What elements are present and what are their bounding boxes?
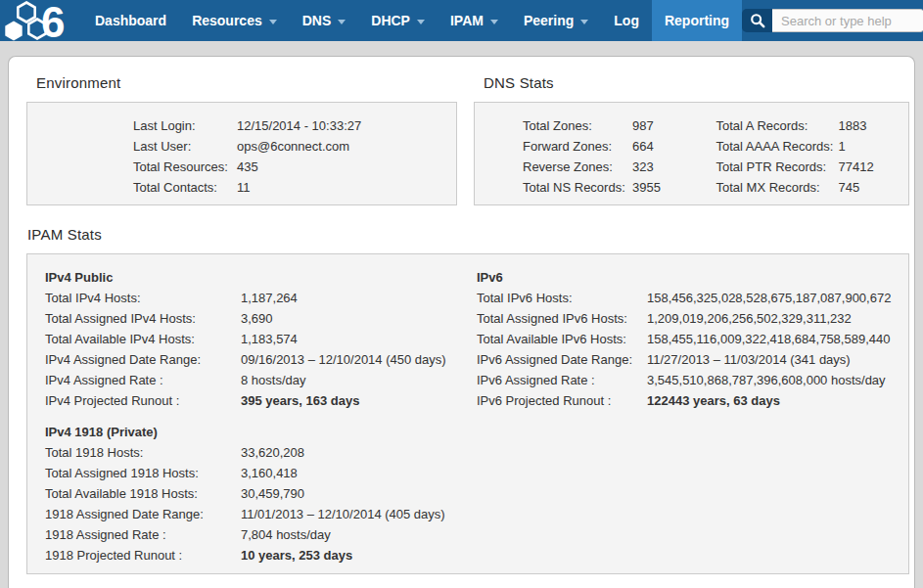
stat-label: Total Assigned IPv4 Hosts: — [45, 308, 241, 329]
stat-value: 3,690 — [241, 308, 468, 329]
ipam-block-ipv4-1918: IPv4 1918 (Private) Total 1918 Hosts: 33… — [27, 422, 468, 565]
stat-value: 33,620,208 — [241, 442, 468, 463]
stat-label: Total NS Records: — [523, 177, 632, 198]
ipv4-public-heading: IPv4 Public — [45, 267, 468, 288]
stat-value: ops@6connect.com — [237, 136, 456, 157]
main-nav: Dashboard Resources DNS DHCP IPAM — [82, 0, 742, 41]
stat-row: Total Available 1918 Hosts: 30,459,790 — [45, 483, 468, 504]
stat-value: 09/16/2013 – 12/10/2014 (450 days) — [241, 349, 468, 370]
search-button[interactable] — [742, 9, 772, 32]
dns-stats-panel: Total Zones: 987 Forward Zones: 664 Reve… — [474, 102, 909, 205]
stat-row: Total NS Records: 3955 — [475, 177, 692, 198]
stat-label: IPv4 Assigned Rate : — [45, 370, 241, 390]
stat-label: 1918 Projected Runout : — [45, 545, 241, 565]
search-icon — [750, 13, 765, 28]
stat-row: IPv6 Assigned Rate : 3,545,510,868,787,3… — [477, 370, 908, 390]
ipam-left-column: IPv4 Public Total IPv4 Hosts: 1,187,264 — [27, 267, 468, 565]
stat-row: Forward Zones: 664 — [475, 136, 692, 157]
stat-label: Total Contacts: — [133, 177, 237, 198]
nav-item-log[interactable]: Log — [601, 0, 652, 41]
stat-row: Total IPv6 Hosts: 158,456,325,028,528,67… — [477, 288, 908, 308]
stat-value: 3955 — [632, 177, 692, 198]
stat-value: 1883 — [839, 115, 909, 136]
ipam-stats-section: IPAM Stats IPv4 Public Total IPv4 Hosts:… — [18, 226, 900, 574]
stat-label: 1918 Assigned Rate : — [45, 524, 241, 545]
stat-label: Total Zones: — [523, 115, 632, 136]
stat-row: Total Available IPv6 Hosts: 158,455,116,… — [477, 329, 908, 349]
nav-item-peering[interactable]: Peering — [511, 0, 601, 41]
stat-row: 1918 Assigned Rate : 7,804 hosts/day — [45, 524, 468, 545]
nav-item-ipam[interactable]: IPAM — [438, 0, 511, 41]
top-navbar: 6 Dashboard Resources DNS DHCP — [0, 0, 923, 41]
nav-item-dashboard[interactable]: Dashboard — [82, 0, 179, 41]
ipam-stats-panel: IPv4 Public Total IPv4 Hosts: 1,187,264 — [26, 253, 909, 574]
stat-row: Total IPv4 Hosts: 1,187,264 — [45, 288, 468, 308]
help-search — [742, 9, 923, 32]
stat-value: 8 hosts/day — [241, 370, 468, 390]
dns-stats-title: DNS Stats — [484, 74, 909, 91]
nav-item-reporting[interactable]: Reporting — [652, 0, 742, 41]
nav-item-label: DNS — [302, 13, 332, 28]
stat-value: 435 — [237, 157, 456, 177]
stat-value: 1 — [839, 136, 909, 157]
ipam-stats-title: IPAM Stats — [27, 226, 900, 243]
nav-item-dhcp[interactable]: DHCP — [358, 0, 438, 41]
stat-label: IPv6 Projected Runout : — [477, 390, 647, 411]
stat-value: 987 — [632, 115, 692, 136]
stat-label: Last User: — [133, 136, 237, 157]
stat-label: Total Available 1918 Hosts: — [45, 483, 241, 504]
stat-row: IPv4 Projected Runout : 395 years, 163 d… — [45, 390, 468, 411]
stat-value: 30,459,790 — [241, 483, 468, 504]
environment-title: Environment — [36, 74, 457, 91]
stat-row: Last Login: 12/15/2014 - 10:33:27 — [27, 115, 456, 136]
nav-item-label: Peering — [524, 13, 574, 28]
stat-label: Total Assigned 1918 Hosts: — [45, 463, 241, 483]
ipam-block-ipv6: IPv6 Total IPv6 Hosts: 158,456,325,028,5… — [468, 267, 908, 411]
chevron-down-icon — [580, 20, 588, 24]
stat-value: 395 years, 163 days — [241, 390, 468, 411]
stat-value: 1,187,264 — [241, 288, 468, 308]
stat-value: 158,456,325,028,528,675,187,087,900,672 — [647, 288, 908, 308]
nav-item-label: Dashboard — [95, 13, 166, 28]
stat-label: Forward Zones: — [523, 136, 632, 157]
stat-label: Total AAAA Records: — [716, 136, 839, 157]
nav-item-label: Log — [614, 13, 639, 28]
stat-row: Total PTR Records: 77412 — [692, 157, 909, 177]
reporting-content-card: Environment Last Login: 12/15/2014 - 10:… — [8, 56, 915, 588]
stat-value: 1,183,574 — [241, 329, 468, 349]
nav-item-label: Reporting — [665, 13, 729, 28]
stat-label: Last Login: — [133, 115, 237, 136]
brand-logo[interactable]: 6 — [0, 0, 82, 41]
stat-value: 77412 — [839, 157, 909, 177]
stat-label: Total IPv4 Hosts: — [45, 288, 241, 308]
top-sections: Environment Last Login: 12/15/2014 - 10:… — [26, 74, 900, 205]
stat-row: 1918 Projected Runout : 10 years, 253 da… — [45, 545, 468, 565]
stat-row: 1918 Assigned Date Range: 11/01/2013 – 1… — [45, 504, 468, 524]
stat-value: 11/01/2013 – 12/10/2014 (405 days) — [241, 504, 468, 524]
stat-value: 7,804 hosts/day — [241, 524, 468, 545]
ipam-right-column: IPv6 Total IPv6 Hosts: 158,456,325,028,5… — [468, 267, 908, 411]
stat-value: 323 — [632, 157, 692, 177]
environment-section: Environment Last Login: 12/15/2014 - 10:… — [26, 74, 457, 205]
ipv4-public-rows: Total IPv4 Hosts: 1,187,264 Total Assign… — [45, 288, 468, 411]
stat-value: 3,160,418 — [241, 463, 468, 483]
stat-row: Total Assigned IPv4 Hosts: 3,690 — [45, 308, 468, 329]
stat-row: Total Available IPv4 Hosts: 1,183,574 — [45, 329, 468, 349]
stat-label: Total Assigned IPv6 Hosts: — [477, 308, 647, 329]
stat-value: 3,545,510,868,787,396,608,000 hosts/day — [647, 370, 908, 390]
stat-label: IPv4 Assigned Date Range: — [45, 349, 241, 370]
dns-stats-left-column: Total Zones: 987 Forward Zones: 664 Reve… — [475, 115, 692, 204]
stat-value: 1,209,019,206,256,502,329,311,232 — [647, 308, 908, 329]
stat-row: IPv4 Assigned Rate : 8 hosts/day — [45, 370, 468, 390]
stat-label: Total Available IPv6 Hosts: — [477, 329, 647, 349]
nav-item-label: Resources — [192, 13, 262, 28]
stat-row: Total Resources: 435 — [27, 157, 456, 177]
stat-value: 11 — [237, 177, 456, 198]
stat-value: 745 — [839, 177, 909, 198]
stat-row: IPv4 Assigned Date Range: 09/16/2013 – 1… — [45, 349, 468, 370]
nav-item-dns[interactable]: DNS — [290, 0, 359, 41]
stat-label: Total Resources: — [133, 157, 237, 177]
stat-row: Total AAAA Records: 1 — [692, 136, 909, 157]
nav-item-resources[interactable]: Resources — [179, 0, 290, 41]
search-input[interactable] — [772, 9, 923, 32]
